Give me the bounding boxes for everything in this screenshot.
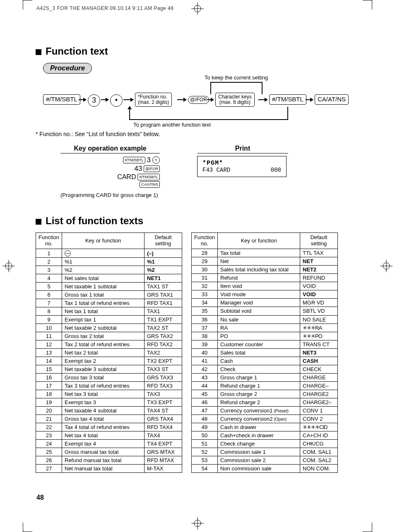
table-row: 20Net taxable 4 subtotalTAX4 ST: [36, 407, 182, 415]
cell-funcno: 38: [192, 332, 218, 340]
cell-funcno: 48: [192, 415, 218, 423]
cell-key: Tax total: [218, 249, 300, 257]
cell-funcno: 17: [36, 382, 62, 390]
cell-funcno: 39: [192, 340, 218, 348]
cell-key: Gross manual tax total: [62, 448, 145, 456]
key-example-heading: Key operation example: [60, 145, 160, 153]
cell-funcno: 53: [192, 456, 218, 465]
table-row: 51Check changeCHK/CG: [192, 439, 338, 448]
table-row: 30Sales total including tax totalNET2: [192, 266, 338, 274]
cell-key: Net tax 3 total: [62, 390, 145, 398]
cell-key: Gross tax 4 total: [62, 415, 145, 423]
key-num: 43: [134, 165, 142, 173]
table-row: 2%1%1: [36, 258, 182, 266]
table-row: 22Tax 4 total of refund entriesRFD TAX4: [36, 423, 182, 431]
table-row: 50Cash+check in drawerCA+CH ID: [192, 431, 338, 439]
table-row: 34Manager voidMGR VD: [192, 299, 338, 307]
cell-funcno: 25: [36, 448, 62, 456]
cell-funcno: 51: [192, 439, 218, 448]
cell-funcno: 46: [192, 398, 218, 406]
table-row: 21Gross tax 4 totalGRS TAX4: [36, 415, 182, 423]
cell-key: Customer counter: [218, 340, 300, 348]
cell-key: Commission sale 1: [218, 448, 300, 456]
print-heading: Print: [197, 145, 288, 153]
cell-funcno: 43: [192, 373, 218, 381]
cell-default: TX4 EXPT: [145, 440, 182, 448]
cell-default: CHK/CG: [300, 439, 338, 448]
flow-label-keep: To keep the current setting: [205, 74, 268, 81]
table-row: 38PO✳✳✳PO: [192, 332, 338, 340]
crop-mark: [363, 0, 372, 10]
registration-mark-icon: [191, 517, 204, 530]
cell-key: %2: [62, 266, 145, 274]
cell-funcno: 35: [192, 307, 218, 315]
cell-key: Subtotal void: [218, 307, 300, 315]
cell-key: Gross tax 3 total: [62, 374, 145, 382]
registration-mark-icon: [380, 260, 393, 272]
cell-default: GRS TAX1: [145, 291, 182, 299]
cell-default: CHARGE2: [300, 390, 338, 398]
section-title: List of function texts: [36, 215, 359, 227]
cell-default: CHARGE: [300, 373, 338, 381]
cell-funcno: 30: [192, 266, 218, 274]
cell-key: Gross tax 1 total: [62, 291, 145, 299]
table-row: 1(–): [36, 249, 182, 258]
crop-mark: [23, 0, 32, 10]
cell-funcno: 45: [192, 390, 218, 398]
cell-default: CA+CH ID: [300, 431, 338, 439]
cell-default: CHARGE–: [300, 381, 338, 390]
key-tmsbtl: #/TM/SBTL: [123, 157, 145, 163]
cell-default: CHARGE2–: [300, 398, 338, 406]
cell-default: GRS MTAX: [145, 448, 182, 456]
key-num: 3: [147, 156, 151, 164]
page-number: 48: [36, 494, 44, 501]
cell-funcno: 5: [36, 283, 62, 291]
th-key: Key or function: [218, 233, 300, 249]
table-row: 26Refund manual tax totalRFD MTAX: [36, 456, 182, 465]
table-row: 6Gross tax 1 totalGRS TAX1: [36, 291, 182, 299]
cell-key: Net tax 1 total: [62, 307, 145, 316]
table-row: 16Gross tax 3 totalGRS TAX3: [36, 374, 182, 382]
cell-default: ✳✳✳PO: [300, 332, 338, 340]
cell-funcno: 49: [192, 423, 218, 431]
cell-key: Manager void: [218, 299, 300, 307]
cell-default: TX2 EXPT: [145, 357, 182, 365]
cell-key: Exempt tax 2: [62, 357, 145, 365]
cell-default: CONV 1: [300, 406, 338, 415]
cell-default: TAX4: [145, 431, 182, 440]
cell-key: Item void: [218, 282, 300, 290]
cell-key: Currency conversion1 (Preset): [218, 406, 300, 415]
table-row: 25Gross manual tax totalGRS MTAX: [36, 448, 182, 456]
key-tmsbtl: #/TM/SBTL: [137, 174, 160, 180]
th-default: Default setting: [300, 233, 338, 249]
cell-default: MGR VD: [300, 299, 338, 307]
cell-funcno: 19: [36, 398, 62, 407]
table-row: 42CheckCHECK: [192, 365, 338, 373]
cell-key: Sales total including tax total: [218, 266, 300, 274]
crop-mark: [23, 522, 32, 532]
footnote: * Function no.: See "List of function te…: [36, 131, 359, 137]
th-funcno: Function no.: [192, 233, 218, 249]
table-row: 19Exempt tax 3TX3 EXPT: [36, 398, 182, 407]
cell-funcno: 7: [36, 299, 62, 307]
table-row: 46Refund charge 2CHARGE2–: [192, 398, 338, 406]
cell-default: TAX3 ST: [145, 365, 182, 374]
cell-funcno: 21: [36, 415, 62, 423]
cell-key: Cash+check in drawer: [218, 431, 300, 439]
cell-default: GRS TAX4: [145, 415, 182, 423]
cell-key: Refund manual tax total: [62, 456, 145, 465]
cell-default: RFD TAX4: [145, 423, 182, 431]
cell-funcno: 14: [36, 357, 62, 365]
table-row: 23Net tax 4 totalTAX4: [36, 431, 182, 440]
key-atfor: @/FOR: [144, 165, 160, 172]
table-row: 27Net manual tax totalM-TAX: [36, 465, 182, 473]
cell-funcno: 1: [36, 249, 62, 258]
flow-key-dot: •: [110, 94, 123, 107]
table-row: 40Sales totalNET3: [192, 348, 338, 357]
cell-default: RFD TAX2: [145, 340, 182, 349]
table-row: 44Refund charge 1CHARGE–: [192, 381, 338, 390]
cell-funcno: 24: [36, 440, 62, 448]
cell-default: (–): [145, 249, 182, 258]
cell-default: TX1 EXPT: [145, 316, 182, 324]
cell-funcno: 33: [192, 290, 218, 299]
